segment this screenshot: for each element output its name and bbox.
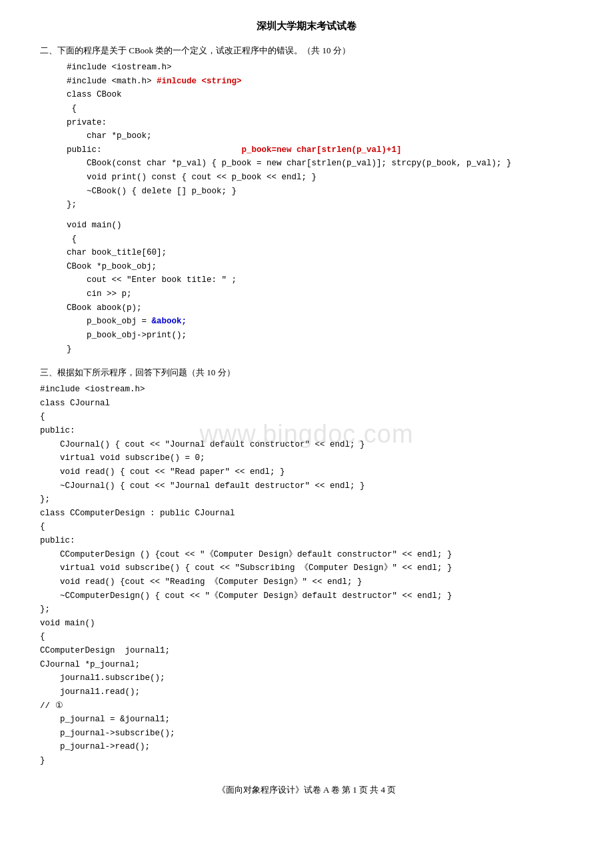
code-line: char book_title[60];	[67, 246, 573, 260]
code-line: void main()	[67, 219, 573, 233]
code-line: CBook *p_book_obj;	[67, 260, 573, 274]
code-line: p_book_obj = &abook;	[67, 315, 573, 329]
code-line: public:	[40, 534, 573, 548]
code-line: void read() { cout << "Read paper" << en…	[40, 465, 573, 479]
code-line: void main()	[40, 617, 573, 631]
code-line: ~CJournal() { cout << "Journal default d…	[40, 479, 573, 493]
code-line: };	[40, 493, 573, 507]
code-line: #include <iostream.h>	[40, 383, 573, 397]
code-line: #include <iostream.h>	[67, 61, 573, 75]
code-line: char *p_book;	[67, 129, 573, 143]
page-title: 深圳大学期末考试试卷	[40, 20, 573, 33]
code-line: {	[40, 630, 573, 644]
code-line: // ①	[40, 699, 573, 713]
footer: 《面向对象程序设计》试卷 A 卷 第 1 页 共 4 页	[40, 784, 573, 796]
code-line: public: p_book=new char[strlen(p_val)+1]	[67, 143, 573, 157]
code-line: p_book_obj->print();	[67, 329, 573, 343]
code-line: private:	[67, 116, 573, 130]
code-line: virtual void subscribe() = 0;	[40, 451, 573, 465]
code-line: {	[67, 233, 573, 247]
code-line: {	[67, 102, 573, 116]
section3-header: 三、根据如下所示程序，回答下列问题（共 10 分）	[40, 367, 573, 379]
code-line: CJournal *p_journal;	[40, 658, 573, 672]
section2: 二、下面的程序是关于 CBook 类的一个定义，试改正程序中的错误。（共 10 …	[40, 45, 573, 356]
code-line: CComputerDesign journal1;	[40, 644, 573, 658]
code-line: CJournal() { cout << "Journal default co…	[40, 438, 573, 452]
section3-code: #include <iostream.h> class CJournal { p…	[40, 383, 573, 768]
code-line: cout << "Enter book title: " ;	[67, 273, 573, 287]
code-line: }	[67, 343, 573, 357]
code-line: CBook(const char *p_val) { p_book = new …	[67, 157, 573, 171]
code-line: void read() {cout << "Reading 《Computer …	[40, 575, 573, 589]
code-line: #include <math.h> #inlcude <string>	[67, 75, 573, 89]
code-line: ~CBook() { delete [] p_book; }	[67, 185, 573, 199]
code-line: class CComputerDesign : public CJournal	[40, 507, 573, 521]
code-line: public:	[40, 424, 573, 438]
highlight-red: p_book=new char[strlen(p_val)+1]	[242, 145, 402, 155]
code-line: {	[40, 520, 573, 534]
code-line: void print() const { cout << p_book << e…	[67, 171, 573, 185]
code-line: journal1.read();	[40, 685, 573, 699]
code-line: }	[40, 754, 573, 768]
code-line: class CBook	[67, 88, 573, 102]
code-line: p_journal->subscribe();	[40, 727, 573, 741]
code-line: virtual void subscribe() { cout << "Subs…	[40, 561, 573, 575]
code-line: p_journal->read();	[40, 740, 573, 754]
code-line: ~CComputerDesign() { cout << "《Computer …	[40, 589, 573, 603]
code-line: {	[40, 410, 573, 424]
section2-header: 二、下面的程序是关于 CBook 类的一个定义，试改正程序中的错误。（共 10 …	[40, 45, 573, 57]
code-line: p_journal = &journal1;	[40, 713, 573, 727]
code-line: };	[40, 603, 573, 617]
code-line: CComputerDesign () {cout << "《Computer D…	[40, 548, 573, 562]
section2-code: #include <iostream.h> #include <math.h> …	[67, 61, 573, 356]
code-line: journal1.subscribe();	[40, 671, 573, 685]
code-line: CBook abook(p);	[67, 301, 573, 315]
code-line: cin >> p;	[67, 287, 573, 301]
highlight-red: #inlcude <string>	[157, 77, 242, 86]
code-line: };	[67, 198, 573, 212]
code-line: class CJournal	[40, 397, 573, 411]
highlight-blue: &abook;	[152, 317, 187, 326]
section3: 三、根据如下所示程序，回答下列问题（共 10 分） #include <iost…	[40, 367, 573, 768]
